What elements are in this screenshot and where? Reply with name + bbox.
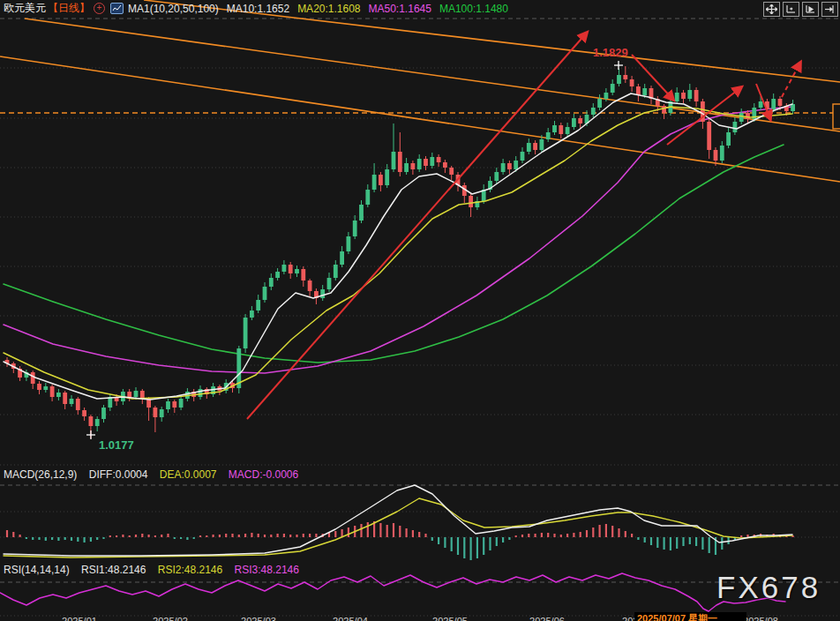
macd-dea-label: DEA:0.0007 <box>160 468 217 481</box>
date-tooltip: 2025/07/07 星期一 <box>634 612 746 621</box>
trading-app-window: 欧元美元 【日线】 + MA1(10,20,50,100) MA10:1.165… <box>0 0 840 621</box>
macd-indicator-row: MACD(26,12,9) DIFF:0.0004 DEA:0.0007 MAC… <box>4 468 298 481</box>
rsi2-label: RSI2:48.2146 <box>158 564 222 576</box>
main-chart-canvas[interactable] <box>0 0 840 621</box>
x-axis-label: 2025/01 <box>49 616 110 621</box>
ma20-value-label: MA20:1.1608 <box>297 3 360 15</box>
x-axis-label: 2025/05 <box>419 616 481 621</box>
rsi-title: RSI(14,14,14) <box>4 564 70 576</box>
ma10-value-label: MA10:1.1652 <box>227 3 289 15</box>
ma50-value-label: MA50:1.1645 <box>369 3 431 15</box>
fx678-watermark: FX678 <box>716 570 821 605</box>
candlestick-chart-icon[interactable] <box>110 3 124 14</box>
macd-title: MACD(26,12,9) <box>4 468 77 481</box>
x-axis-label: 2025/04 <box>319 616 381 621</box>
high-price-label: 1.1829 <box>593 46 628 59</box>
macd-value-label: MACD:-0.0006 <box>229 468 298 481</box>
x-axis-label: 2025/06 <box>516 616 578 621</box>
rsi1-label: RSI1:48.2146 <box>81 564 146 576</box>
low-price-label: 1.0177 <box>99 438 134 452</box>
timeframe-tag[interactable]: 【日线】 <box>48 1 90 16</box>
rsi-indicator-row: RSI(14,14,14) RSI1:48.2146 RSI2:48.2146 … <box>4 564 299 576</box>
macd-diff-label: DIFF:0.0004 <box>89 468 148 481</box>
add-indicator-icon[interactable]: + <box>94 3 105 14</box>
x-axis-label: 2025/02 <box>139 616 201 621</box>
ma-settings-label: MA1(10,20,50,100) <box>128 3 219 15</box>
symbol-title: 欧元美元 <box>4 1 46 16</box>
ma100-value-label: MA100:1.1480 <box>439 3 508 15</box>
rsi3-label: RSI3:48.2146 <box>235 564 299 576</box>
x-axis-label: 2025/03 <box>228 616 289 621</box>
chart-header-bar: 欧元美元 【日线】 + MA1(10,20,50,100) MA10:1.165… <box>0 0 840 17</box>
